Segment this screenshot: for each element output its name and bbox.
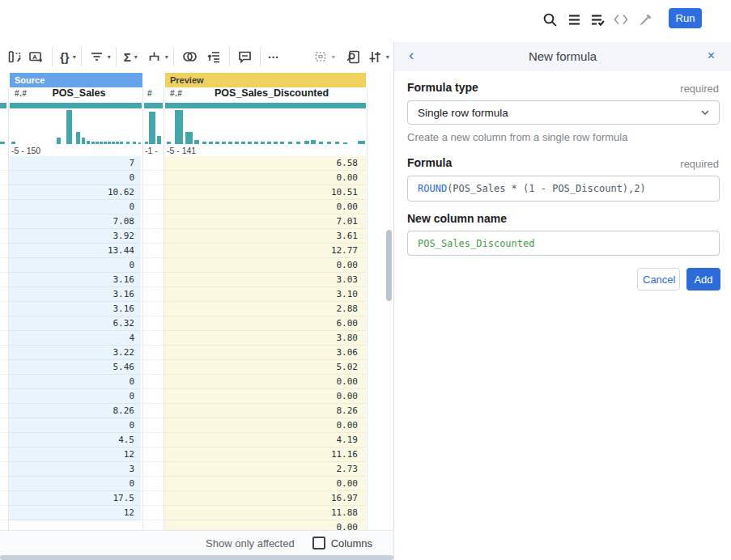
histogram-bar[interactable] <box>235 142 239 144</box>
histogram-bar[interactable] <box>100 142 103 144</box>
table-cell[interactable] <box>0 506 8 520</box>
histogram-bar[interactable] <box>222 142 226 144</box>
table-cell[interactable]: 4.5 <box>9 433 141 448</box>
table-cell[interactable] <box>143 477 164 491</box>
run-button[interactable]: Run <box>669 8 702 28</box>
histogram-bar[interactable] <box>335 142 339 144</box>
table-cell[interactable]: 3 <box>9 462 141 477</box>
quality-bar-source[interactable] <box>10 103 142 108</box>
table-cell[interactable] <box>0 258 8 273</box>
histogram-bar[interactable] <box>185 132 193 144</box>
table-cell[interactable]: 5.02 <box>164 360 366 375</box>
table-cell[interactable] <box>0 287 8 302</box>
table-cell[interactable]: 3.10 <box>164 287 366 302</box>
split-icon[interactable] <box>144 47 164 66</box>
histogram-bar[interactable] <box>261 142 265 144</box>
table-cell[interactable]: 12.77 <box>164 244 366 258</box>
histogram-bar[interactable] <box>241 142 245 144</box>
table-cell[interactable]: 0.00 <box>164 389 366 404</box>
table-cell[interactable]: 0 <box>9 477 141 491</box>
histogram-bar[interactable] <box>112 142 115 144</box>
shift-cells-icon[interactable] <box>5 47 26 66</box>
columns-label[interactable]: Columns <box>331 537 372 549</box>
table-cell[interactable] <box>143 244 164 258</box>
vertical-scrollbar[interactable] <box>386 230 392 301</box>
table-cell[interactable] <box>143 229 164 244</box>
list-check-icon[interactable] <box>589 11 606 28</box>
table-cell[interactable]: 0 <box>9 258 141 273</box>
table-cell[interactable] <box>0 462 8 477</box>
table-cell[interactable]: 3.16 <box>9 273 141 287</box>
table-cell[interactable] <box>143 273 164 287</box>
table-cell[interactable]: 0 <box>9 389 141 404</box>
table-cell[interactable] <box>143 448 164 462</box>
table-cell[interactable] <box>143 462 164 477</box>
formula-input[interactable]: ROUND(POS_Sales * (1 - POS_Discount),2) <box>407 176 720 202</box>
source-column-cells[interactable]: 7010.6207.083.9213.4403.163.163.166.3243… <box>9 156 141 530</box>
table-cell[interactable] <box>143 331 164 346</box>
table-cell[interactable] <box>143 287 164 302</box>
table-cell[interactable] <box>0 520 8 530</box>
histogram-bar[interactable] <box>248 142 252 144</box>
table-cell[interactable] <box>0 156 8 171</box>
table-cell[interactable]: 12 <box>9 506 141 520</box>
histogram-bar[interactable] <box>57 138 61 144</box>
eyedropper-icon[interactable] <box>637 11 655 28</box>
braces-icon[interactable]: {} <box>57 47 72 66</box>
table-cell[interactable]: 0.00 <box>164 520 366 530</box>
table-cell[interactable]: 3.80 <box>164 331 366 346</box>
middle-column-cells[interactable] <box>143 156 164 530</box>
table-cell[interactable] <box>9 520 141 530</box>
columns-checkbox[interactable] <box>312 537 325 549</box>
table-cell[interactable]: 0.00 <box>164 200 366 214</box>
histogram-bar[interactable] <box>116 142 119 144</box>
histogram-bar[interactable] <box>167 142 171 144</box>
table-cell[interactable] <box>143 506 164 520</box>
chevron-down-icon[interactable]: ▾ <box>73 53 76 61</box>
filter-icon[interactable] <box>87 47 107 66</box>
histogram-bar[interactable] <box>11 142 15 144</box>
histogram-bar[interactable] <box>145 142 148 144</box>
table-cell[interactable] <box>0 360 8 375</box>
settings-sliders-icon[interactable] <box>365 47 385 66</box>
table-cell[interactable] <box>143 258 164 273</box>
table-cell[interactable]: 3.03 <box>164 273 366 287</box>
table-cell[interactable] <box>143 360 164 375</box>
histogram-bar[interactable] <box>138 142 141 144</box>
histogram-bar[interactable] <box>319 142 323 144</box>
histogram-partial-left[interactable] <box>0 110 6 144</box>
histogram-source[interactable] <box>10 110 142 144</box>
histogram-bar[interactable] <box>202 142 206 144</box>
histogram-bar[interactable] <box>288 142 292 144</box>
chevron-down-icon[interactable]: ▾ <box>386 53 389 61</box>
histogram-bar[interactable] <box>358 141 365 144</box>
table-cell[interactable]: 7.08 <box>9 214 141 229</box>
chevron-down-icon[interactable]: ▾ <box>165 53 168 61</box>
chevron-down-icon[interactable]: ▾ <box>134 53 138 61</box>
quality-bar-partial-left[interactable] <box>0 103 6 108</box>
table-cell[interactable] <box>143 316 164 331</box>
search-icon[interactable] <box>541 11 559 28</box>
table-cell[interactable]: 0.00 <box>164 418 366 433</box>
histogram-middle[interactable] <box>144 110 163 144</box>
table-cell[interactable]: 12 <box>9 448 141 462</box>
cancel-button[interactable]: Cancel <box>637 268 680 291</box>
table-cell[interactable] <box>143 433 164 448</box>
table-cell[interactable]: 3.06 <box>164 346 366 360</box>
histogram-bar[interactable] <box>267 142 271 144</box>
selection-box-icon[interactable] <box>311 47 331 66</box>
table-cell[interactable]: 8.26 <box>9 404 141 418</box>
table-cell[interactable] <box>0 171 8 185</box>
table-cell[interactable] <box>0 418 8 433</box>
table-cell[interactable] <box>0 448 8 462</box>
histogram-bar[interactable] <box>343 142 347 144</box>
table-cell[interactable]: 7 <box>9 156 141 171</box>
histogram-bar[interactable] <box>120 142 123 144</box>
histogram-bar[interactable] <box>194 140 199 144</box>
table-cell[interactable] <box>0 273 8 287</box>
table-cell[interactable] <box>143 404 164 418</box>
histogram-bar[interactable] <box>311 140 316 144</box>
preview-column-name[interactable]: POS_Sales_Discounted <box>185 87 359 99</box>
table-cell[interactable]: 10.51 <box>164 185 366 200</box>
histogram-bar[interactable] <box>76 132 80 144</box>
